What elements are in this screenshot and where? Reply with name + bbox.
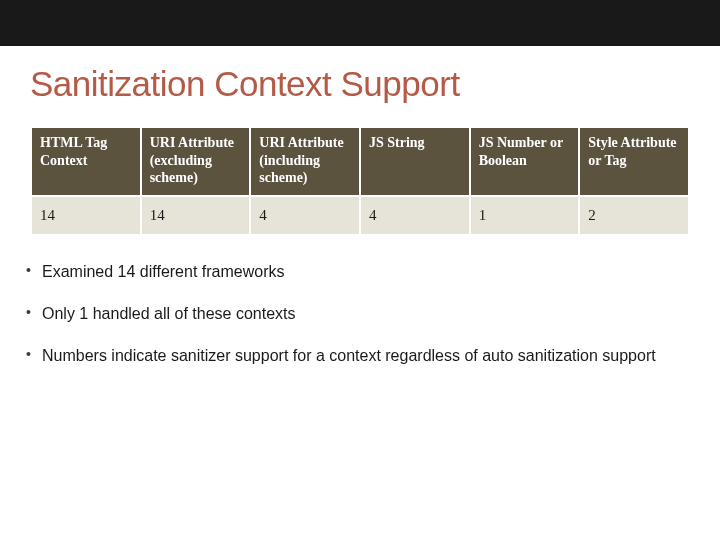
table-cell: 4	[250, 196, 360, 235]
top-bar	[0, 0, 720, 46]
table-cell: 2	[579, 196, 689, 235]
col-header: Style Attribute or Tag	[579, 127, 689, 196]
bullet-list: Examined 14 different frameworks Only 1 …	[20, 262, 684, 366]
col-header: URI Attribute (including scheme)	[250, 127, 360, 196]
col-header: HTML Tag Context	[31, 127, 141, 196]
table-header-row: HTML Tag Context URI Attribute (excludin…	[31, 127, 689, 196]
context-table: HTML Tag Context URI Attribute (excludin…	[30, 126, 690, 236]
table-cell: 4	[360, 196, 470, 235]
col-header: JS Number or Boolean	[470, 127, 580, 196]
col-header: URI Attribute (excluding scheme)	[141, 127, 251, 196]
table-cell: 1	[470, 196, 580, 235]
col-header: JS String	[360, 127, 470, 196]
bullet-item: Examined 14 different frameworks	[20, 262, 684, 282]
slide-title: Sanitization Context Support	[30, 64, 720, 104]
table-cell: 14	[141, 196, 251, 235]
slide: Sanitization Context Support HTML Tag Co…	[0, 0, 720, 540]
bullet-item: Only 1 handled all of these contexts	[20, 304, 684, 324]
table-row: 14 14 4 4 1 2	[31, 196, 689, 235]
bullet-item: Numbers indicate sanitizer support for a…	[20, 346, 684, 366]
table-cell: 14	[31, 196, 141, 235]
